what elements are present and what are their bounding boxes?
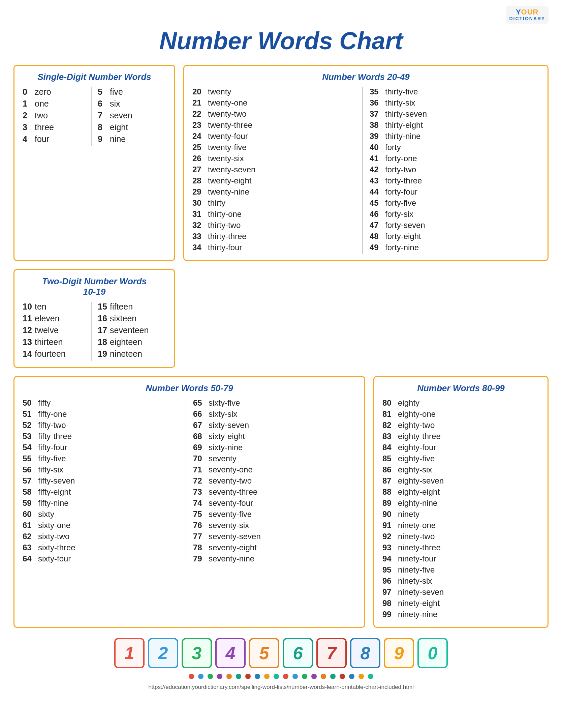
number: 29 <box>192 187 208 197</box>
number: 38 <box>370 120 385 130</box>
word: forty <box>385 143 401 152</box>
number-row: 86eighty-six <box>382 465 536 474</box>
number: 65 <box>193 398 209 408</box>
number: 80 <box>382 398 398 408</box>
word: seventy-five <box>209 509 252 519</box>
number: 51 <box>23 409 38 419</box>
fifty-79-card: Number Words 50-79 50fifty51fifty-one52f… <box>13 376 365 628</box>
word: six <box>110 99 120 109</box>
word: eighty-three <box>398 432 441 441</box>
number: 4 <box>23 134 35 144</box>
number-row: 25twenty-five <box>192 143 359 152</box>
footer-url: https://education.yourdictionary.com/spe… <box>13 684 549 691</box>
number: 6 <box>98 99 110 109</box>
word: ninety-one <box>398 521 436 530</box>
number: 42 <box>370 165 385 174</box>
word: forty-two <box>385 165 416 174</box>
word: twelve <box>35 325 59 335</box>
number-row: 18eighteen <box>98 337 163 347</box>
word: seventy <box>209 454 237 463</box>
dot <box>302 674 307 679</box>
word: twenty <box>208 87 231 96</box>
eighty-99-table: 80eighty81eighty-one82eighty-two83eighty… <box>382 398 539 621</box>
number-row: 96ninety-six <box>382 576 536 586</box>
word: four <box>35 134 49 144</box>
number-row: 82eighty-two <box>382 420 536 430</box>
deco-number-0: 0 <box>417 638 448 668</box>
number-row: 43forty-three <box>370 176 536 185</box>
number: 7 <box>98 111 110 120</box>
word: eight <box>110 122 128 132</box>
number: 66 <box>193 409 209 419</box>
word: thirty-eight <box>385 120 423 130</box>
number: 73 <box>193 487 209 497</box>
word: fifty-three <box>38 432 72 441</box>
dot <box>274 674 279 679</box>
word: seventy-three <box>209 487 257 497</box>
number-row: 85eighty-five <box>382 454 536 463</box>
deco-number-2: 2 <box>148 638 178 668</box>
number-row: 50fifty <box>23 398 182 408</box>
dot <box>255 674 260 679</box>
number-row: 95ninety-five <box>382 565 536 575</box>
dot <box>358 674 364 679</box>
twenty-49-title: Number Words 20-49 <box>192 72 539 82</box>
number-row: 37thirty-seven <box>370 109 536 119</box>
number-row: 30thirty <box>192 198 359 208</box>
number: 46 <box>370 209 385 219</box>
number: 27 <box>192 165 208 174</box>
number: 63 <box>23 543 38 552</box>
number-row: 72seventy-two <box>193 476 353 486</box>
number: 78 <box>193 543 209 552</box>
number-row: 88eighty-eight <box>382 487 536 497</box>
number-row: 29twenty-nine <box>192 187 359 197</box>
dot <box>330 674 336 679</box>
number: 8 <box>98 122 110 132</box>
number: 85 <box>382 454 398 463</box>
word: sixty-two <box>38 532 69 541</box>
number-row: 15fifteen <box>98 302 163 312</box>
word: ninety-eight <box>398 599 440 608</box>
number: 44 <box>370 187 385 197</box>
number-row: 8eight <box>98 122 163 132</box>
number: 20 <box>192 87 208 96</box>
number-row: 23twenty-three <box>192 120 359 130</box>
word: seventy-nine <box>209 554 254 563</box>
number-row: 48forty-eight <box>370 232 536 241</box>
word: forty-nine <box>385 243 419 252</box>
word: fifty-eight <box>38 487 71 497</box>
word: ninety-three <box>398 543 441 552</box>
number-row: 70seventy <box>193 454 353 463</box>
word: twenty-eight <box>208 176 251 185</box>
word: fifty-four <box>38 443 67 452</box>
word: sixty-one <box>38 521 70 530</box>
number: 52 <box>23 420 38 430</box>
number-row: 44forty-four <box>370 187 536 197</box>
word: eighty-nine <box>398 498 437 508</box>
eighty-99-col1: 80eighty81eighty-one82eighty-two83eighty… <box>382 398 539 621</box>
dot <box>226 674 232 679</box>
word: thirty-one <box>208 209 242 219</box>
number: 95 <box>382 565 398 575</box>
number: 35 <box>370 87 385 96</box>
word: ninety-two <box>398 532 435 541</box>
number: 3 <box>23 122 35 132</box>
word: forty-one <box>385 154 417 163</box>
number-row: 94ninety-four <box>382 554 536 563</box>
number-row: 20twenty <box>192 87 359 96</box>
number-row: 3three <box>23 122 88 132</box>
two-digit-title: Two-Digit Number Words 10-19 <box>23 276 166 297</box>
word: eighty-one <box>398 409 436 419</box>
word: thirty-seven <box>385 109 427 119</box>
word: seventy-two <box>209 476 252 486</box>
number: 77 <box>193 532 209 541</box>
number-row: 31thirty-one <box>192 209 359 219</box>
word: seventy-six <box>209 521 249 530</box>
number-row: 46forty-six <box>370 209 536 219</box>
word: twenty-three <box>208 120 252 130</box>
dot <box>311 674 317 679</box>
word: seventy-eight <box>209 543 257 552</box>
number-row: 16sixteen <box>98 314 163 323</box>
number-row: 58fifty-eight <box>23 487 182 497</box>
number-row: 67sixty-seven <box>193 420 353 430</box>
